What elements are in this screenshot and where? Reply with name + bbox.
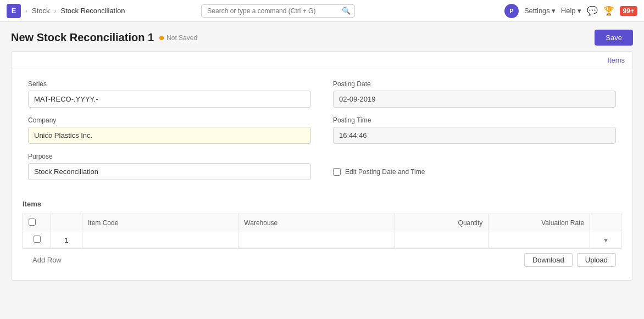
breadcrumb-sep-1: ›	[25, 7, 27, 15]
upload-button[interactable]: Upload	[577, 253, 616, 267]
row-quantity-cell[interactable]	[395, 232, 488, 248]
settings-button[interactable]: Settings ▾	[524, 7, 556, 15]
company-group: Company	[28, 116, 311, 144]
posting-time-group: Posting Time	[333, 116, 616, 144]
items-table: Item Code Warehouse Quantity Valuation R…	[23, 214, 621, 248]
breadcrumb-sep-2: ›	[54, 7, 57, 15]
main-content: Items Series Posting Date Company	[0, 51, 644, 297]
status-text: Not Saved	[166, 34, 197, 42]
breadcrumb-stock[interactable]: Stock	[32, 7, 50, 15]
th-warehouse: Warehouse	[238, 214, 395, 232]
select-all-checkbox[interactable]	[29, 219, 36, 226]
row-checkbox[interactable]	[34, 236, 41, 243]
user-avatar[interactable]: P	[504, 4, 519, 18]
row-number: 1	[64, 236, 68, 244]
page-title: New Stock Reconciliation 1	[11, 31, 154, 44]
posting-date-label: Posting Date	[333, 80, 616, 88]
table-header-row: Item Code Warehouse Quantity Valuation R…	[23, 214, 621, 232]
th-actions	[590, 214, 621, 232]
status-dot-icon	[159, 36, 164, 40]
edit-posting-row: Edit Posting Date and Time	[333, 168, 616, 176]
breadcrumb-current: Stock Reconciliation	[61, 7, 125, 15]
purpose-group: Purpose	[28, 153, 311, 180]
edit-posting-label: Edit Posting Date and Time	[345, 168, 425, 176]
posting-time-label: Posting Time	[333, 116, 616, 124]
card-toolbar: Items	[12, 52, 632, 69]
company-input[interactable]	[28, 127, 311, 144]
table-footer: Add Row Download Upload	[23, 248, 621, 271]
add-row-button[interactable]: Add Row	[28, 254, 66, 266]
settings-chevron-icon: ▾	[552, 7, 556, 15]
chat-icon[interactable]: 💬	[587, 5, 598, 16]
posting-date-input[interactable]	[333, 91, 616, 108]
page-header: New Stock Reconciliation 1 Not Saved Sav…	[0, 22, 644, 51]
notification-badge[interactable]: 99+	[620, 6, 637, 16]
main-card: Items Series Posting Date Company	[11, 51, 633, 281]
form-section: Series Posting Date Company Posting Time	[12, 69, 632, 194]
series-input[interactable]	[28, 91, 311, 108]
items-section-label: Items	[23, 200, 621, 208]
page-title-wrap: New Stock Reconciliation 1 Not Saved	[11, 31, 197, 44]
series-group: Series	[28, 80, 311, 108]
save-button[interactable]: Save	[595, 30, 633, 46]
row-item-code-cell[interactable]	[82, 232, 238, 248]
th-quantity: Quantity	[395, 214, 488, 232]
th-check	[23, 214, 51, 232]
help-button[interactable]: Help ▾	[561, 7, 581, 15]
edit-posting-checkbox[interactable]	[333, 168, 341, 176]
table-actions: Download Upload	[524, 253, 616, 267]
row-valuation-rate-cell[interactable]	[488, 232, 590, 248]
trophy-icon[interactable]: 🏆	[603, 5, 614, 16]
row-actions-cell: ▾	[590, 232, 621, 248]
posting-time-input[interactable]	[333, 127, 616, 144]
nav-right: P Settings ▾ Help ▾ 💬 🏆 99+	[504, 4, 637, 18]
download-button[interactable]: Download	[524, 253, 573, 267]
app-icon: E	[7, 4, 21, 18]
row-check-cell	[23, 232, 51, 248]
th-num	[51, 214, 82, 232]
form-row-1: Series Posting Date	[28, 80, 616, 108]
status-badge: Not Saved	[159, 34, 197, 42]
purpose-input[interactable]	[28, 163, 311, 180]
edit-posting-group: Edit Posting Date and Time	[333, 153, 616, 180]
items-toolbar-link[interactable]: Items	[607, 56, 625, 64]
th-item-code: Item Code	[82, 214, 238, 232]
row-num-cell: 1	[51, 232, 82, 248]
form-row-3: Purpose Edit Posting Date and Time	[28, 153, 616, 180]
search-icon: 🔍	[342, 7, 351, 15]
items-section: Items Item Code Warehouse Quantity Valua…	[12, 194, 632, 280]
purpose-label: Purpose	[28, 153, 311, 160]
company-label: Company	[28, 116, 311, 124]
search-bar: 🔍	[201, 4, 355, 18]
row-expand-button[interactable]: ▾	[604, 236, 608, 244]
form-row-2: Company Posting Time	[28, 116, 616, 144]
search-input[interactable]	[201, 4, 355, 18]
th-valuation-rate: Valuation Rate	[488, 214, 590, 232]
posting-date-group: Posting Date	[333, 80, 616, 108]
topnav: E › Stock › Stock Reconciliation 🔍 P Set…	[0, 0, 644, 22]
series-label: Series	[28, 80, 311, 88]
table-row: 1 ▾	[23, 232, 621, 248]
row-warehouse-cell[interactable]	[238, 232, 395, 248]
help-chevron-icon: ▾	[578, 7, 581, 15]
